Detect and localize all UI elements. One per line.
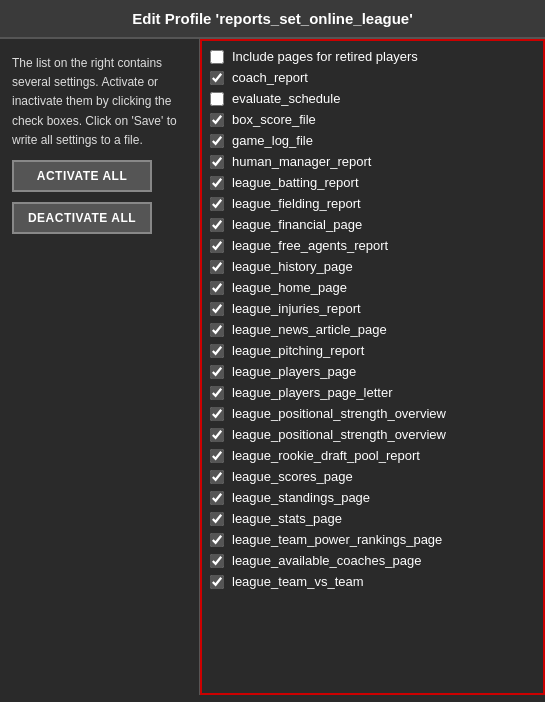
left-panel: The list on the right contains several s…: [0, 39, 200, 695]
list-item[interactable]: game_log_file: [202, 130, 543, 151]
setting-checkbox[interactable]: [210, 218, 224, 232]
setting-checkbox[interactable]: [210, 386, 224, 400]
setting-checkbox[interactable]: [210, 512, 224, 526]
list-item[interactable]: league_history_page: [202, 256, 543, 277]
list-item[interactable]: box_score_file: [202, 109, 543, 130]
setting-checkbox[interactable]: [210, 575, 224, 589]
settings-list[interactable]: Include pages for retired playerscoach_r…: [202, 41, 543, 693]
list-item[interactable]: league_news_article_page: [202, 319, 543, 340]
setting-label: league_standings_page: [232, 490, 370, 505]
setting-label: league_positional_strength_overview: [232, 406, 446, 421]
setting-label: league_news_article_page: [232, 322, 387, 337]
setting-label: human_manager_report: [232, 154, 371, 169]
title-bar: Edit Profile 'reports_set_online_league': [0, 0, 545, 39]
list-item[interactable]: league_players_page: [202, 361, 543, 382]
right-panel: Include pages for retired playerscoach_r…: [200, 39, 545, 695]
setting-checkbox[interactable]: [210, 281, 224, 295]
deactivate-all-button[interactable]: DEACTIVATE ALL: [12, 202, 152, 234]
list-item[interactable]: league_available_coaches_page: [202, 550, 543, 571]
setting-checkbox[interactable]: [210, 407, 224, 421]
setting-label: league_pitching_report: [232, 343, 364, 358]
setting-label: coach_report: [232, 70, 308, 85]
setting-checkbox[interactable]: [210, 239, 224, 253]
description-text: The list on the right contains several s…: [12, 54, 187, 150]
setting-checkbox[interactable]: [210, 50, 224, 64]
setting-label: league_history_page: [232, 259, 353, 274]
list-item[interactable]: league_team_power_rankings_page: [202, 529, 543, 550]
setting-label: league_injuries_report: [232, 301, 361, 316]
setting-label: league_available_coaches_page: [232, 553, 421, 568]
setting-label: league_financial_page: [232, 217, 362, 232]
setting-label: league_team_vs_team: [232, 574, 364, 589]
setting-checkbox[interactable]: [210, 470, 224, 484]
list-item[interactable]: league_financial_page: [202, 214, 543, 235]
setting-checkbox[interactable]: [210, 491, 224, 505]
setting-checkbox[interactable]: [210, 302, 224, 316]
setting-label: league_players_page: [232, 364, 356, 379]
setting-checkbox[interactable]: [210, 176, 224, 190]
setting-checkbox[interactable]: [210, 428, 224, 442]
setting-label: evaluate_schedule: [232, 91, 340, 106]
setting-checkbox[interactable]: [210, 71, 224, 85]
list-item[interactable]: league_standings_page: [202, 487, 543, 508]
list-item[interactable]: human_manager_report: [202, 151, 543, 172]
list-item[interactable]: league_fielding_report: [202, 193, 543, 214]
setting-label: league_home_page: [232, 280, 347, 295]
list-item[interactable]: league_positional_strength_overview: [202, 403, 543, 424]
setting-checkbox[interactable]: [210, 449, 224, 463]
page-title: Edit Profile 'reports_set_online_league': [132, 10, 413, 27]
list-item[interactable]: league_pitching_report: [202, 340, 543, 361]
setting-checkbox[interactable]: [210, 533, 224, 547]
list-item[interactable]: league_stats_page: [202, 508, 543, 529]
setting-label: league_rookie_draft_pool_report: [232, 448, 420, 463]
setting-label: box_score_file: [232, 112, 316, 127]
list-item[interactable]: league_scores_page: [202, 466, 543, 487]
activate-all-button[interactable]: ACTIVATE ALL: [12, 160, 152, 192]
list-item[interactable]: league_home_page: [202, 277, 543, 298]
setting-checkbox[interactable]: [210, 197, 224, 211]
setting-label: league_positional_strength_overview: [232, 427, 446, 442]
setting-checkbox[interactable]: [210, 92, 224, 106]
list-item[interactable]: league_injuries_report: [202, 298, 543, 319]
list-item[interactable]: league_batting_report: [202, 172, 543, 193]
setting-label: league_stats_page: [232, 511, 342, 526]
setting-label: league_free_agents_report: [232, 238, 388, 253]
setting-checkbox[interactable]: [210, 134, 224, 148]
setting-checkbox[interactable]: [210, 554, 224, 568]
setting-checkbox[interactable]: [210, 344, 224, 358]
setting-label: league_players_page_letter: [232, 385, 392, 400]
list-item[interactable]: league_team_vs_team: [202, 571, 543, 592]
list-item[interactable]: league_positional_strength_overview: [202, 424, 543, 445]
list-item[interactable]: evaluate_schedule: [202, 88, 543, 109]
list-item[interactable]: Include pages for retired players: [202, 46, 543, 67]
setting-label: league_team_power_rankings_page: [232, 532, 442, 547]
setting-label: game_log_file: [232, 133, 313, 148]
setting-checkbox[interactable]: [210, 323, 224, 337]
setting-label: league_scores_page: [232, 469, 353, 484]
setting-label: Include pages for retired players: [232, 49, 418, 64]
list-item[interactable]: league_players_page_letter: [202, 382, 543, 403]
setting-label: league_fielding_report: [232, 196, 361, 211]
list-item[interactable]: league_rookie_draft_pool_report: [202, 445, 543, 466]
setting-checkbox[interactable]: [210, 155, 224, 169]
list-item[interactable]: coach_report: [202, 67, 543, 88]
main-content: The list on the right contains several s…: [0, 39, 545, 695]
setting-checkbox[interactable]: [210, 260, 224, 274]
setting-checkbox[interactable]: [210, 113, 224, 127]
setting-checkbox[interactable]: [210, 365, 224, 379]
list-item[interactable]: league_free_agents_report: [202, 235, 543, 256]
setting-label: league_batting_report: [232, 175, 359, 190]
